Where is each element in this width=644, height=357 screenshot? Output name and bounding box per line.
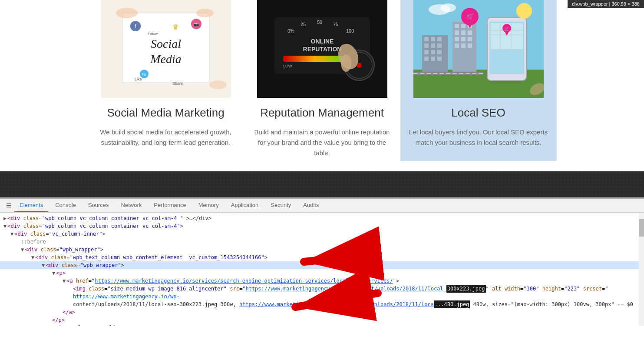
svg-text:Social: Social [151, 37, 181, 50]
local-seo-card: 🛒 🛒 [400, 0, 557, 161]
svg-text:0%: 0% [287, 28, 294, 33]
code-line-3: ▼ <div class="vc_column-inner"> [0, 230, 644, 238]
tab-console[interactable]: Console [50, 199, 81, 212]
svg-point-34 [341, 54, 351, 72]
tooltip-class: div.wpb_wrapper [572, 1, 608, 7]
local-seo-svg: 🛒 🛒 [413, 0, 544, 98]
svg-point-16 [209, 80, 227, 89]
svg-rect-47 [424, 57, 429, 61]
code-line-9: ▼ <a href="https://www.marketingagency.i… [0, 277, 644, 285]
code-line-5: ▼ <div class="wpb_wrapper"> [0, 246, 644, 254]
social-media-desc: We build social media for accelerated gr… [96, 127, 235, 148]
devtools-scrollbar-thumb[interactable] [639, 219, 644, 237]
services-row: Social Media f 📷 tw ♛ Like Follow [0, 0, 644, 171]
svg-text:♛: ♛ [172, 23, 178, 31]
svg-rect-56 [468, 30, 472, 35]
tab-elements[interactable]: Elements [14, 199, 48, 212]
svg-rect-59 [468, 37, 472, 41]
devtools-tabs: ☰ Elements Console Sources Network Perfo… [0, 199, 644, 213]
svg-text:Follow: Follow [148, 32, 158, 36]
svg-rect-38 [424, 37, 429, 41]
social-media-title: Social Media Marketing [96, 106, 235, 120]
svg-text:50: 50 [317, 20, 322, 25]
svg-text:REPUTATION: REPUTATION [303, 46, 341, 53]
tab-sources[interactable]: Sources [83, 199, 114, 212]
reputation-title: Reputation Management [253, 106, 392, 120]
svg-rect-40 [437, 37, 442, 41]
tab-performance[interactable]: Performance [149, 199, 191, 212]
social-media-svg: Social Media f 📷 tw ♛ Like Follow [101, 0, 231, 98]
svg-text:100: 100 [346, 28, 354, 33]
svg-text:tw: tw [142, 72, 146, 77]
devtools-icon[interactable]: ☰ [3, 199, 14, 212]
svg-rect-52 [461, 24, 466, 28]
svg-rect-60 [455, 43, 459, 48]
svg-text:📷: 📷 [194, 21, 199, 27]
reputation-card: 0% 25 50 75 100 ONLINE REPUTATION [244, 0, 400, 171]
svg-point-78 [516, 3, 532, 19]
svg-rect-55 [461, 30, 466, 35]
tab-network[interactable]: Network [116, 199, 147, 212]
social-media-image: Social Media f 📷 tw ♛ Like Follow [96, 0, 235, 98]
svg-rect-58 [461, 37, 466, 41]
tab-security[interactable]: Security [265, 199, 296, 212]
code-line-7: ▼ <div class="wpb_wrapper"> [0, 261, 644, 269]
svg-text:25: 25 [301, 22, 306, 27]
code-line-4: ::before [0, 238, 644, 246]
svg-text:75: 75 [333, 22, 338, 27]
dark-section [0, 171, 644, 197]
social-media-card: Social Media f 📷 tw ♛ Like Follow [88, 0, 244, 161]
svg-text:Media: Media [150, 52, 182, 66]
svg-text:Share: Share [172, 81, 183, 86]
code-line-12: </p> [0, 316, 644, 324]
reputation-desc: Build and maintain a powerful online rep… [253, 127, 392, 158]
svg-point-80 [440, 3, 456, 12]
svg-rect-57 [455, 37, 459, 41]
svg-rect-43 [437, 43, 442, 48]
tab-application[interactable]: Application [226, 199, 264, 212]
code-line-2: ▼ <div class="wpb_column vc_column_conta… [0, 222, 644, 230]
svg-text:ONLINE: ONLINE [310, 38, 334, 45]
svg-text:🛒: 🛒 [505, 27, 509, 31]
local-seo-desc: Let local buyers find you. Our local SEO… [409, 127, 548, 148]
tooltip-size: 360.59 × 386 [611, 1, 640, 7]
reputation-svg: 0% 25 50 75 100 ONLINE REPUTATION [257, 0, 387, 98]
svg-rect-49 [437, 57, 442, 61]
svg-rect-41 [424, 43, 429, 48]
local-seo-title: Local SEO [409, 106, 548, 120]
svg-rect-42 [431, 43, 435, 48]
devtools-panel: ☰ Elements Console Sources Network Perfo… [0, 197, 644, 326]
svg-rect-62 [468, 43, 472, 48]
svg-rect-46 [437, 50, 442, 54]
devtools-code-area: ▶ <div class="wpb_column vc_column_conta… [0, 213, 644, 326]
code-line-1: ▶ <div class="wpb_column vc_column_conta… [0, 214, 644, 222]
code-line-6: ▼ <div class="wpb_text_column wpb_conten… [0, 254, 644, 261]
svg-rect-45 [431, 50, 435, 54]
svg-text:🛒: 🛒 [466, 13, 474, 20]
svg-rect-39 [431, 37, 435, 41]
svg-rect-61 [461, 43, 466, 48]
svg-text:Like: Like [135, 77, 142, 81]
local-seo-image: 🛒 🛒 [409, 0, 548, 98]
code-line-8: ▼ <p> [0, 269, 644, 277]
code-line-13: ▼ <h3 style="text-align: center;"> [0, 324, 644, 326]
code-line-11: </a> [0, 308, 644, 316]
code-line-10: <img class="size-medium wp-image-816 ali… [0, 285, 644, 300]
element-tooltip: div.wpb_wrapper | 360.59 × 386 [568, 0, 644, 8]
svg-rect-51 [455, 24, 459, 28]
tab-memory[interactable]: Memory [193, 199, 224, 212]
tab-audits[interactable]: Audits [298, 199, 324, 212]
svg-rect-44 [424, 50, 429, 54]
svg-text:LOW: LOW [283, 64, 292, 68]
svg-point-14 [116, 8, 138, 18]
code-line-10b: content/uploads/2018/11/local-seo-300x22… [0, 300, 644, 308]
svg-point-15 [196, 9, 214, 17]
svg-rect-54 [455, 30, 459, 35]
reputation-image: 0% 25 50 75 100 ONLINE REPUTATION [253, 0, 392, 98]
svg-rect-48 [431, 57, 435, 61]
devtools-scrollbar[interactable] [639, 213, 644, 326]
page-wrapper: div.wpb_wrapper | 360.59 × 386 Social Me… [0, 0, 644, 326]
